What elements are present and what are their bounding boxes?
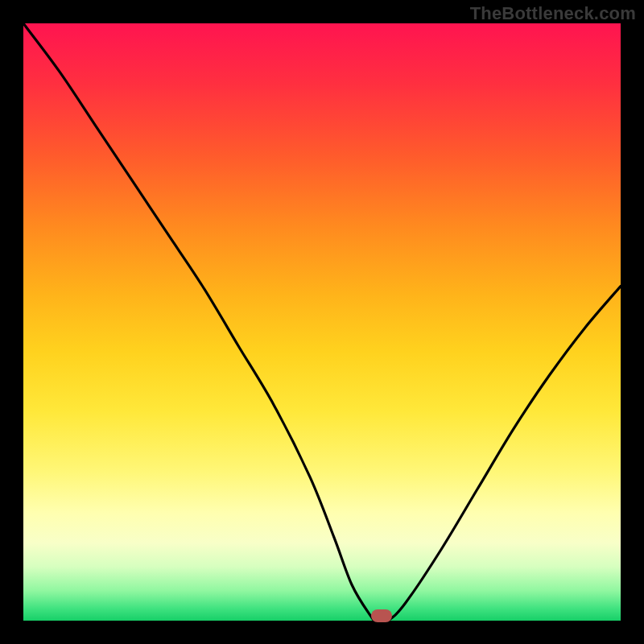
bottleneck-curve [23, 23, 621, 621]
optimal-point-marker [371, 609, 392, 622]
watermark-text: TheBottleneck.com [470, 3, 636, 24]
plot-area [23, 23, 621, 621]
chart-frame: TheBottleneck.com [0, 0, 644, 644]
